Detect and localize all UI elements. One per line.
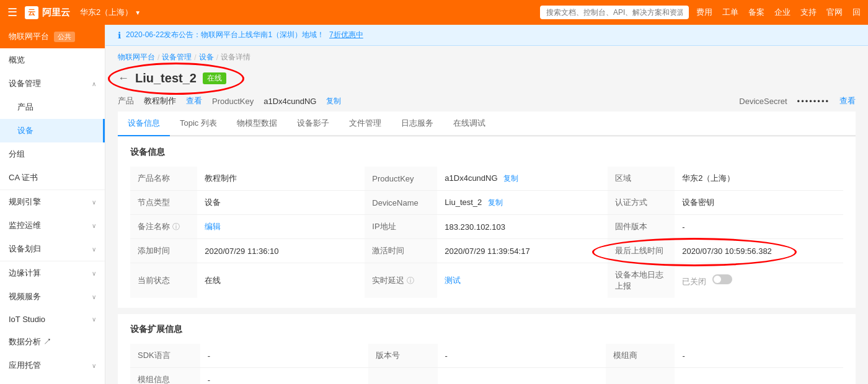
last-online-wrapper: 2020/07/30 10:59:56.382: [682, 247, 772, 256]
label-node-type: 节点类型: [130, 191, 197, 215]
page-header-wrapper: ← Liu_test_2 在线: [118, 66, 226, 93]
tab-log-service[interactable]: 日志服务: [391, 111, 443, 136]
breadcrumb: 物联网平台 / 设备管理 / 设备 / 设备详情: [118, 46, 856, 66]
nav-official[interactable]: 官网: [826, 7, 843, 18]
logo: 云 阿里云: [25, 6, 70, 19]
table-row: 当前状态 在线 实时延迟 ⓘ 测试 设备本地日志上报 已关闭: [130, 263, 843, 299]
breadcrumb-devices[interactable]: 设备: [199, 52, 214, 63]
sidebar-item-devices[interactable]: 设备: [0, 119, 105, 142]
device-secret-view-link[interactable]: 查看: [839, 95, 856, 107]
sidebar-item-device-management[interactable]: 设备管理 ∧: [0, 72, 105, 95]
breadcrumb-sep3: /: [216, 53, 218, 62]
announcement-link[interactable]: 7折优惠中: [329, 30, 363, 40]
region-selector[interactable]: 华东2（上海） ▼: [80, 7, 141, 18]
label-product-key: ProductKey: [365, 167, 437, 191]
status-badge: 在线: [203, 72, 226, 84]
label-remark: 备注名称 ⓘ: [130, 215, 197, 239]
tab-topic-list[interactable]: Topic 列表: [170, 111, 227, 136]
table-row: 模组信息 -: [130, 368, 843, 385]
product-key-copy[interactable]: 复制: [326, 96, 341, 107]
page-header: ← Liu_test_2 在线: [118, 66, 226, 93]
nav-icp[interactable]: 备案: [748, 7, 764, 18]
value-version: -: [438, 344, 606, 368]
sidebar-item-monitor[interactable]: 监控运维 ∨: [0, 214, 105, 237]
breadcrumb-sep2: /: [194, 53, 196, 62]
sidebar-item-iot-studio[interactable]: IoT Studio ∨: [0, 308, 105, 330]
local-log-label: 已关闭: [682, 277, 706, 286]
hamburger-icon[interactable]: ☰: [7, 6, 17, 19]
sidebar-item-security[interactable]: 安全中心 ∨: [0, 377, 105, 384]
tab-device-shadow[interactable]: 设备影子: [287, 111, 339, 136]
sidebar-item-video[interactable]: 视频服务 ∨: [0, 285, 105, 308]
value-current-status: 在线: [197, 263, 365, 299]
sidebar-item-app-hosting[interactable]: 应用托管 ∨: [0, 354, 105, 377]
label-add-time: 添加时间: [130, 239, 197, 263]
value-last-online: 2020/07/30 10:59:56.382: [675, 239, 843, 263]
breadcrumb-device-mgmt[interactable]: 设备管理: [162, 52, 192, 63]
copy-device-name[interactable]: 复制: [488, 198, 503, 207]
nav-return[interactable]: 回: [852, 7, 861, 18]
device-meta-row: 产品 教程制作 查看 ProductKey a1Dx4cundNG 复制 Dev…: [118, 93, 856, 111]
sidebar-item-groups[interactable]: 分组: [0, 142, 105, 166]
tab-online-debug[interactable]: 在线调试: [443, 111, 495, 136]
expand-icon: ∨: [92, 294, 96, 300]
nav-cost[interactable]: 费用: [696, 7, 712, 18]
page-title: Liu_test_2: [135, 71, 197, 85]
info-icon: ℹ: [118, 30, 121, 40]
value-local-log: 已关闭: [675, 263, 843, 299]
back-button[interactable]: ←: [118, 72, 129, 85]
device-ext-table: SDK语言 - 版本号 - 模组商 - 模组信息 -: [130, 344, 843, 384]
expand-icon: ∨: [92, 362, 96, 369]
device-info-table: 产品名称 教程制作 ProductKey a1Dx4cundNG 复制 区域 华…: [130, 167, 843, 298]
product-value: 教程制作: [144, 95, 176, 107]
test-delay-link[interactable]: 测试: [445, 276, 461, 285]
sidebar-item-overview[interactable]: 概览: [0, 48, 105, 72]
device-secret-label: DeviceSecret: [739, 97, 787, 106]
global-search-input[interactable]: [540, 6, 689, 19]
device-info-title: 设备信息: [130, 147, 843, 158]
table-row: 产品名称 教程制作 ProductKey a1Dx4cundNG 复制 区域 华…: [130, 167, 843, 191]
label-empty2: [606, 368, 675, 385]
value-sdk-lang: -: [200, 344, 369, 368]
sidebar-item-rules[interactable]: 规则引擎 ∨: [0, 190, 105, 214]
logo-box: 云: [25, 6, 38, 19]
main-content: ℹ 2020-06-22发布公告：物联网平台上线华南1（深圳）地域！ 7折优惠中…: [105, 25, 868, 384]
value-node-type: 设备: [197, 191, 365, 215]
value-auth-method: 设备密钥: [675, 191, 843, 215]
label-empty1: [368, 368, 437, 385]
expand-icon: ∨: [92, 316, 96, 323]
breadcrumb-iot[interactable]: 物联网平台: [118, 52, 155, 63]
sidebar-item-edge[interactable]: 边缘计算 ∨: [0, 261, 105, 285]
nav-enterprise[interactable]: 企业: [774, 7, 790, 18]
tab-thing-model[interactable]: 物模型数据: [227, 111, 287, 136]
edit-remark-link[interactable]: 编辑: [205, 222, 221, 231]
label-local-log: 设备本地日志上报: [608, 263, 675, 299]
value-realtime-delay: 测试: [437, 263, 608, 299]
product-key-value: a1Dx4cundNG: [264, 97, 316, 106]
tab-file-mgmt[interactable]: 文件管理: [339, 111, 391, 136]
label-auth-method: 认证方式: [608, 191, 675, 215]
breadcrumb-sep1: /: [157, 53, 159, 62]
label-realtime-delay: 实时延迟 ⓘ: [365, 263, 437, 299]
toggle-knob: [714, 276, 721, 283]
nav-ticket[interactable]: 工单: [722, 7, 738, 18]
label-product-name: 产品名称: [130, 167, 197, 191]
copy-product-key[interactable]: 复制: [503, 174, 518, 183]
expand-icon: ∨: [92, 246, 96, 253]
value-region: 华东2（上海）: [675, 167, 843, 191]
label-version: 版本号: [368, 344, 437, 368]
toggle-switch[interactable]: [712, 274, 732, 284]
label-module-vendor: 模组商: [606, 344, 675, 368]
nav-support[interactable]: 支持: [800, 7, 817, 18]
tab-device-info[interactable]: 设备信息: [118, 111, 170, 136]
expand-icon: ∨: [92, 199, 96, 206]
label-firmware: 固件版本: [608, 215, 675, 239]
top-navigation: ☰ 云 阿里云 华东2（上海） ▼ 费用 工单 备案 企业 支持 官网 回: [0, 0, 868, 25]
label-last-online: 最后上线时间: [608, 239, 675, 263]
product-view-link[interactable]: 查看: [186, 95, 202, 107]
sidebar-item-ca-cert[interactable]: CA 证书: [0, 166, 105, 190]
sidebar-item-device-provisioning[interactable]: 设备划归 ∨: [0, 237, 105, 261]
sidebar-item-products[interactable]: 产品: [0, 95, 105, 119]
announcement-text: 2020-06-22发布公告：物联网平台上线华南1（深圳）地域！: [126, 30, 324, 40]
sidebar-item-data-analysis[interactable]: 数据分析 ↗: [0, 330, 105, 354]
